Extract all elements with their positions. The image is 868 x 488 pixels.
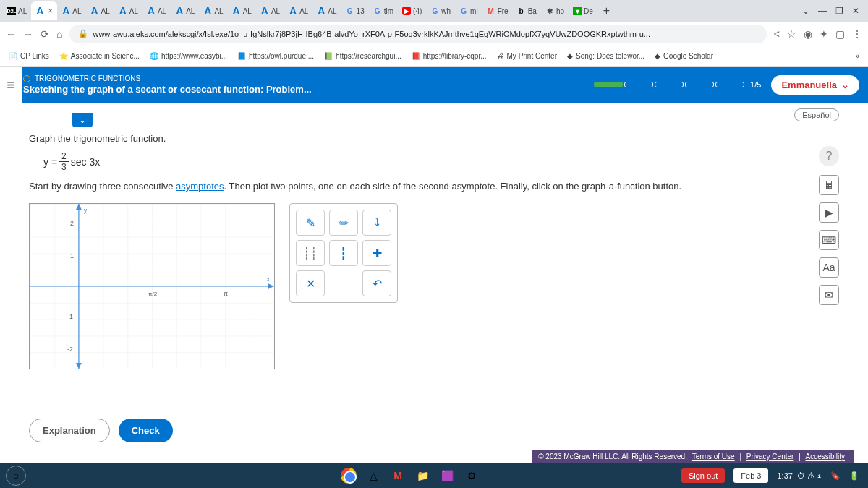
bookmark[interactable]: ◆ Google Scholar xyxy=(655,52,713,60)
progress-segment xyxy=(655,82,684,87)
tab[interactable]: G13 xyxy=(341,1,369,20)
url-input[interactable]: 🔒 www-awu.aleks.com/alekscgi/x/Isl.exe/1… xyxy=(69,25,766,43)
menu-icon[interactable]: ⋮ xyxy=(852,28,862,40)
side-toolbar: 🖩 ▶ ⌨ Aa ✉ xyxy=(819,175,839,305)
address-bar: ← → ⟳ ⌂ 🔒 www-awu.aleks.com/alekscgi/x/I… xyxy=(0,22,868,46)
check-button[interactable]: Check xyxy=(119,419,173,442)
tab[interactable]: AAL xyxy=(114,1,142,20)
back-icon[interactable]: ← xyxy=(6,28,16,40)
tab[interactable]: AAL xyxy=(199,1,227,20)
bookmark[interactable]: 📘 https://owl.purdue.... xyxy=(237,52,314,60)
start-button[interactable]: ○ xyxy=(6,466,26,486)
tab[interactable]: AAL xyxy=(312,1,341,20)
help-button[interactable]: ? xyxy=(819,146,839,166)
clear-tool[interactable]: ✕ xyxy=(296,270,325,296)
bookmark[interactable]: ◆ Song: Does telewor... xyxy=(567,52,644,60)
tab[interactable]: bBa xyxy=(513,1,541,20)
expand-button[interactable]: ⌄ xyxy=(72,113,93,127)
pen-tool[interactable]: ✏ xyxy=(329,210,358,236)
tab[interactable]: AAL xyxy=(228,1,256,20)
files-icon[interactable]: 📁 xyxy=(412,466,433,486)
tab[interactable]: AAL xyxy=(284,1,312,20)
bookmark[interactable]: 📕 https://library-cqpr... xyxy=(412,52,487,60)
close-icon[interactable]: × xyxy=(48,6,53,16)
extension-icon[interactable]: ◉ xyxy=(804,28,812,40)
settings-icon[interactable]: ⚙ xyxy=(461,466,482,486)
tab[interactable]: AAL xyxy=(142,1,171,20)
topic-info: TRIGONOMETRIC FUNCTIONS Sketching the gr… xyxy=(23,74,584,95)
star-icon[interactable]: ☆ xyxy=(787,28,796,40)
tab[interactable]: ✱ho xyxy=(541,1,569,20)
bookmark[interactable]: ⭐ Associate in Scienc... xyxy=(59,52,140,60)
mail-icon[interactable]: ✉ xyxy=(819,285,839,305)
tab[interactable]: AAL xyxy=(85,1,114,20)
gmail-icon[interactable]: M xyxy=(388,466,408,486)
tab[interactable]: ▾De xyxy=(569,1,597,20)
bookmark[interactable]: 🌐 https://www.easybi... xyxy=(150,52,227,60)
tab[interactable]: AAL xyxy=(57,1,85,20)
chrome-icon[interactable] xyxy=(339,466,359,486)
progress-segment xyxy=(624,82,653,87)
undo-tool[interactable]: ↶ xyxy=(362,270,391,296)
svg-text:2: 2 xyxy=(70,220,74,227)
puzzle-icon[interactable]: ✦ xyxy=(820,28,828,40)
account-icon[interactable]: ▢ xyxy=(835,28,845,40)
font-icon[interactable]: Aa xyxy=(819,257,839,278)
minimize-icon[interactable]: — xyxy=(818,6,827,16)
reload-icon[interactable]: ⟳ xyxy=(41,28,49,40)
chevron-down-icon[interactable]: ⌄ xyxy=(802,6,809,16)
menu-button[interactable]: ≡ xyxy=(0,67,22,103)
share-icon[interactable]: < xyxy=(774,28,780,40)
progress-segment xyxy=(715,82,744,87)
keyboard-icon[interactable]: ⌨ xyxy=(819,230,839,250)
privacy-link[interactable]: Privacy Center xyxy=(746,453,794,461)
eraser-tool[interactable]: ✎ xyxy=(296,210,325,236)
tab[interactable]: Gtim xyxy=(369,1,398,20)
close-window-icon[interactable]: ✕ xyxy=(852,6,859,16)
time-display: 1:37 ⏱ ⚠ ℹ xyxy=(777,471,822,480)
tab[interactable]: Gwh xyxy=(426,1,455,20)
topic-title: Sketching the graph of a secant or cosec… xyxy=(23,84,584,95)
asymptote-tool[interactable]: ┇ xyxy=(329,240,358,266)
bookmark[interactable]: 📄 CP Links xyxy=(9,52,49,60)
home-icon[interactable]: ⌂ xyxy=(56,28,62,40)
terms-link[interactable]: Terms of Use xyxy=(692,453,735,461)
explanation-button[interactable]: Explanation xyxy=(29,419,110,442)
topic-category: TRIGONOMETRIC FUNCTIONS xyxy=(23,74,584,82)
user-menu[interactable]: Emmanuella ⌄ xyxy=(771,75,859,95)
progress-segment xyxy=(685,82,714,87)
url-text: www-awu.aleks.com/alekscgi/x/Isl.exe/1o_… xyxy=(93,30,650,38)
restore-icon[interactable]: ❐ xyxy=(835,6,843,16)
tab[interactable]: AAL xyxy=(256,1,284,20)
app-header: ≡ TRIGONOMETRIC FUNCTIONS Sketching the … xyxy=(0,67,868,103)
dashed-line-tool[interactable]: ┊┊ xyxy=(296,240,325,266)
tab[interactable]: MFre xyxy=(482,1,513,20)
tab[interactable]: Gmi xyxy=(455,1,482,20)
svg-text:π: π xyxy=(224,290,228,297)
bookmark[interactable]: 📗 https://researchgui... xyxy=(324,52,401,60)
tab[interactable]: AAL xyxy=(171,1,199,20)
bookmark[interactable]: 🖨 My Print Center xyxy=(497,52,557,60)
play-icon[interactable]: ▶ xyxy=(819,202,839,223)
bookmark-icon[interactable]: 🔖 xyxy=(830,471,841,481)
accessibility-link[interactable]: Accessibility xyxy=(806,453,845,461)
forward-icon[interactable]: → xyxy=(23,28,33,40)
equation: y = 23 sec 3x xyxy=(43,151,839,172)
calculator-icon[interactable]: 🖩 xyxy=(819,175,839,195)
bookmarks-overflow-icon[interactable]: » xyxy=(855,52,859,60)
taskbar: ○ △ M 📁 🟪 ⚙ xyxy=(0,463,482,488)
progress-indicator: 1/5 xyxy=(594,80,761,89)
asymptotes-link[interactable]: asymptotes xyxy=(176,181,224,192)
app-icon[interactable]: 🟪 xyxy=(437,466,457,486)
language-toggle[interactable]: Español xyxy=(794,108,839,121)
point-tool[interactable]: ✚ xyxy=(362,240,391,266)
tab[interactable]: ▶(4) xyxy=(398,1,426,20)
drive-icon[interactable]: △ xyxy=(363,466,383,486)
lock-icon: 🔒 xyxy=(78,29,88,38)
graph-canvas[interactable]: y x 2 1 -1 -2 π/2 π xyxy=(29,203,275,369)
curve-tool[interactable]: ⤵ xyxy=(362,210,391,236)
tab[interactable]: D2LAL xyxy=(3,1,31,20)
tab-active[interactable]: A× xyxy=(31,1,57,20)
signout-button[interactable]: Sign out xyxy=(681,468,725,483)
new-tab-button[interactable]: + xyxy=(597,4,616,17)
